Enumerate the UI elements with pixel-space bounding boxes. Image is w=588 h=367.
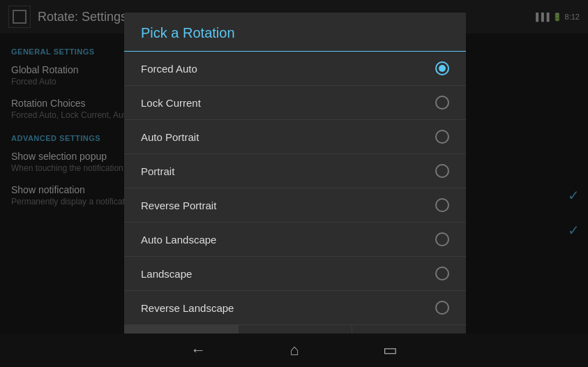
option-forced-auto[interactable]: Forced Auto	[124, 52, 466, 86]
option-auto-landscape[interactable]: Auto Landscape	[124, 223, 466, 257]
option-reverse-landscape[interactable]: Reverse Landscape	[124, 291, 466, 324]
option-label-portrait: Portrait	[141, 165, 174, 177]
rotation-options-list: Forced Auto Lock Current Auto Portrait P…	[124, 52, 466, 324]
radio-landscape[interactable]	[435, 267, 449, 280]
radio-auto-landscape[interactable]	[435, 232, 449, 246]
dialog-title: Pick a Rotation	[124, 13, 466, 52]
home-button[interactable]: ⌂	[289, 341, 299, 359]
rotation-dialog: Pick a Rotation Forced Auto Lock Current…	[124, 13, 466, 357]
radio-lock-current[interactable]	[435, 96, 449, 110]
back-button[interactable]: ←	[190, 341, 206, 359]
radio-auto-portrait[interactable]	[435, 130, 449, 144]
nav-bar: ← ⌂ ▭	[0, 334, 588, 367]
option-label-forced-auto: Forced Auto	[141, 63, 197, 75]
option-portrait[interactable]: Portrait	[124, 154, 466, 188]
option-label-reverse-portrait: Reverse Portrait	[141, 200, 216, 211]
option-label-reverse-landscape: Reverse Landscape	[141, 302, 234, 314]
radio-forced-auto[interactable]	[435, 61, 449, 75]
option-auto-portrait[interactable]: Auto Portrait	[124, 120, 466, 154]
option-label-lock-current: Lock Current	[141, 97, 201, 109]
option-label-auto-landscape: Auto Landscape	[141, 234, 216, 246]
option-lock-current[interactable]: Lock Current	[124, 86, 466, 120]
option-reverse-portrait[interactable]: Reverse Portrait	[124, 188, 466, 223]
radio-reverse-portrait[interactable]	[435, 198, 449, 212]
option-label-auto-portrait: Auto Portrait	[141, 131, 199, 143]
radio-reverse-landscape[interactable]	[435, 301, 449, 315]
option-label-landscape: Landscape	[141, 268, 192, 280]
option-landscape[interactable]: Landscape	[124, 257, 466, 291]
radio-portrait[interactable]	[435, 164, 449, 178]
recents-button[interactable]: ▭	[383, 341, 398, 359]
